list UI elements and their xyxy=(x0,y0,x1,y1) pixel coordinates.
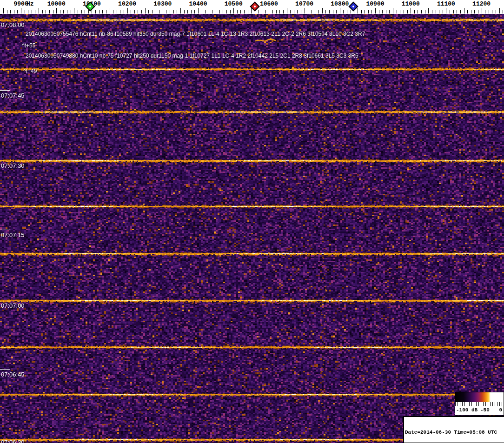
freq-tick xyxy=(489,10,489,13)
freq-tick xyxy=(240,10,241,13)
freq-tick xyxy=(184,10,185,13)
freq-tick xyxy=(382,10,383,13)
freq-tick xyxy=(343,10,344,13)
freq-tick xyxy=(297,10,298,13)
freq-tick xyxy=(95,10,96,13)
freq-tick xyxy=(503,10,503,13)
freq-tick xyxy=(17,10,18,13)
freq-tick xyxy=(134,10,135,13)
freq-tick xyxy=(301,10,301,13)
freq-tick xyxy=(46,10,46,13)
freq-tick xyxy=(290,10,291,13)
freq-tick xyxy=(453,10,454,13)
freq-tick xyxy=(325,10,326,13)
color-scale-ticks xyxy=(455,402,504,406)
freq-tick xyxy=(464,8,464,13)
spectrogram-canvas xyxy=(0,14,504,443)
freq-tick xyxy=(166,10,166,13)
color-scale-labels: -100 dB -50 0 xyxy=(455,406,504,414)
freq-tick xyxy=(439,10,439,13)
freq-axis-label: 10000 xyxy=(40,0,73,7)
freq-tick xyxy=(436,10,436,13)
freq-tick xyxy=(32,10,32,13)
freq-axis-unit: Hz xyxy=(27,0,34,7)
freq-tick xyxy=(14,10,14,13)
freq-tick xyxy=(407,10,408,13)
freq-tick xyxy=(279,10,280,13)
freq-tick xyxy=(216,8,216,13)
freq-tick xyxy=(170,10,170,13)
marker-center-dot xyxy=(254,6,256,7)
freq-tick xyxy=(159,10,159,13)
freq-tick xyxy=(99,10,99,13)
freq-tick xyxy=(333,10,333,13)
freq-tick xyxy=(21,8,21,13)
freq-tick xyxy=(485,10,485,13)
freq-tick xyxy=(187,10,188,13)
freq-tick xyxy=(85,10,85,13)
info-date-time: Date=2014-06-30 Time=05:08 UTC xyxy=(405,430,504,436)
freq-tick xyxy=(446,8,446,13)
freq-tick xyxy=(233,8,234,13)
freq-tick xyxy=(56,8,57,13)
freq-tick xyxy=(499,8,500,13)
freq-tick xyxy=(35,10,35,13)
freq-tick xyxy=(443,10,443,13)
marker-center-dot xyxy=(89,6,91,7)
freq-tick xyxy=(173,10,174,13)
freq-tick xyxy=(492,10,492,13)
freq-tick xyxy=(379,10,379,13)
freq-tick xyxy=(389,10,390,13)
freq-tick xyxy=(482,8,482,13)
freq-tick xyxy=(141,10,142,13)
freq-tick xyxy=(400,10,400,13)
freq-tick xyxy=(272,10,273,13)
legend-min-label: -100 dB xyxy=(456,407,477,413)
freq-tick xyxy=(368,10,369,13)
color-scale-legend: -100 dB -50 0 xyxy=(455,392,504,416)
freq-tick xyxy=(81,10,82,13)
freq-axis-label: 10200 xyxy=(111,0,144,7)
freq-tick xyxy=(156,10,156,13)
freq-tick xyxy=(276,10,277,13)
freq-tick xyxy=(347,10,347,13)
freq-tick xyxy=(375,8,376,13)
meteor-spectrogram-window: 9900100001010010200103001040010500106001… xyxy=(0,0,504,443)
freq-tick xyxy=(315,10,315,13)
freq-tick xyxy=(180,8,181,13)
freq-tick xyxy=(110,8,110,13)
freq-tick xyxy=(138,10,138,13)
freq-tick xyxy=(371,10,372,13)
freq-tick xyxy=(474,10,475,13)
freq-tick xyxy=(53,10,53,13)
freq-tick xyxy=(312,10,312,13)
freq-tick xyxy=(259,10,259,13)
freq-tick xyxy=(88,10,89,13)
freq-tick xyxy=(425,10,425,13)
freq-tick xyxy=(230,10,231,13)
freq-axis-label: 10700 xyxy=(288,0,321,7)
freq-tick xyxy=(305,8,305,13)
marker-center-dot xyxy=(352,6,354,7)
freq-tick xyxy=(287,8,287,13)
freq-tick xyxy=(318,10,319,13)
freq-tick xyxy=(198,8,199,13)
color-scale-gradient xyxy=(455,392,504,402)
freq-tick xyxy=(28,10,28,13)
freq-tick xyxy=(25,10,25,13)
freq-axis-label: 10500 xyxy=(217,0,250,7)
freq-tick xyxy=(152,10,153,13)
freq-tick xyxy=(106,10,106,13)
freq-tick xyxy=(418,10,418,13)
legend-max-label: 0 xyxy=(499,407,502,413)
frequency-axis: 9900100001010010200103001040010500106001… xyxy=(0,0,504,14)
freq-axis-label: 11200 xyxy=(465,0,498,7)
freq-tick xyxy=(404,10,404,13)
freq-tick xyxy=(269,8,269,13)
freq-tick xyxy=(127,8,128,13)
freq-tick xyxy=(457,10,457,13)
freq-tick xyxy=(124,10,124,13)
freq-tick xyxy=(205,10,206,13)
freq-tick xyxy=(244,10,245,13)
station-info-box: Date=2014-06-30 Time=05:08 UTC Freq=143 … xyxy=(403,416,504,443)
